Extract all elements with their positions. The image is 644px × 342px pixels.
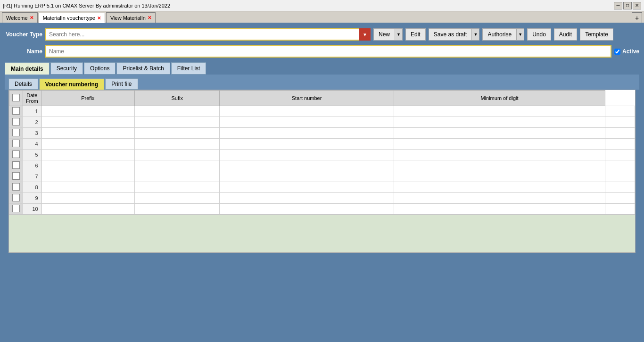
row-minimum-of-digit[interactable] bbox=[605, 160, 635, 171]
table-row[interactable]: 10 bbox=[9, 204, 635, 215]
row-start-number[interactable] bbox=[394, 150, 605, 160]
row-minimum-of-digit[interactable] bbox=[605, 117, 635, 128]
sub-tab-voucher-numbering[interactable]: Voucher numbering bbox=[39, 78, 104, 90]
audit-button[interactable]: Audit bbox=[554, 28, 577, 41]
tab-security[interactable]: Security bbox=[50, 62, 83, 75]
table-row[interactable]: 2 bbox=[9, 117, 635, 128]
tab-materialin-vouchertype[interactable]: MaterialIn vouchertype ✕ bbox=[39, 13, 105, 23]
row-prefix[interactable] bbox=[134, 160, 220, 171]
row-start-number[interactable] bbox=[394, 182, 605, 193]
edit-button[interactable]: Edit bbox=[405, 28, 426, 41]
tab-view-materialin[interactable]: View MaterialIn ✕ bbox=[106, 12, 156, 23]
row-checkbox[interactable] bbox=[12, 129, 20, 136]
tab-welcome[interactable]: Welcome ✕ bbox=[2, 12, 38, 23]
row-prefix[interactable] bbox=[134, 182, 220, 193]
close-button[interactable]: ✕ bbox=[633, 2, 641, 9]
row-checkbox[interactable] bbox=[12, 140, 20, 147]
authorise-button-arrow[interactable]: ▼ bbox=[517, 28, 524, 41]
row-start-number[interactable] bbox=[394, 204, 605, 215]
row-sufix[interactable] bbox=[220, 204, 394, 215]
maximize-button[interactable]: □ bbox=[623, 2, 632, 9]
row-date-from[interactable] bbox=[41, 182, 134, 193]
row-start-number[interactable] bbox=[394, 106, 605, 117]
active-checkbox[interactable] bbox=[614, 49, 620, 55]
row-start-number[interactable] bbox=[394, 171, 605, 182]
row-sufix[interactable] bbox=[220, 139, 394, 150]
row-date-from[interactable] bbox=[41, 160, 134, 171]
tab-welcome-close[interactable]: ✕ bbox=[30, 15, 33, 20]
row-minimum-of-digit[interactable] bbox=[605, 204, 635, 215]
row-checkbox[interactable] bbox=[12, 161, 20, 169]
row-prefix[interactable] bbox=[134, 193, 220, 204]
row-checkbox[interactable] bbox=[12, 118, 20, 125]
row-minimum-of-digit[interactable] bbox=[605, 139, 635, 150]
table-row[interactable]: 6 bbox=[9, 160, 635, 171]
table-row[interactable]: 1 bbox=[9, 106, 635, 117]
row-date-from[interactable] bbox=[41, 150, 134, 160]
row-minimum-of-digit[interactable] bbox=[605, 193, 635, 204]
row-date-from[interactable] bbox=[41, 204, 134, 215]
row-checkbox[interactable] bbox=[12, 183, 20, 191]
row-date-from[interactable] bbox=[41, 106, 134, 117]
row-checkbox[interactable] bbox=[12, 172, 20, 180]
row-sufix[interactable] bbox=[220, 117, 394, 128]
table-row[interactable]: 8 bbox=[9, 182, 635, 193]
undo-button[interactable]: Undo bbox=[527, 28, 551, 41]
tab-main-details[interactable]: Main details bbox=[5, 62, 50, 75]
table-row[interactable]: 3 bbox=[9, 128, 635, 139]
authorise-button[interactable]: Authorise bbox=[482, 28, 517, 41]
row-prefix[interactable] bbox=[134, 139, 220, 150]
sub-tab-details[interactable]: Details bbox=[8, 78, 38, 90]
header-checkbox[interactable] bbox=[12, 94, 20, 101]
row-sufix[interactable] bbox=[220, 171, 394, 182]
row-date-from[interactable] bbox=[41, 193, 134, 204]
row-prefix[interactable] bbox=[134, 106, 220, 117]
row-sufix[interactable] bbox=[220, 193, 394, 204]
new-button[interactable]: New bbox=[373, 28, 395, 41]
tab-pricelist-batch[interactable]: Pricelist & Batch bbox=[116, 62, 170, 75]
save-as-draft-button[interactable]: Save as draft bbox=[429, 28, 472, 41]
row-minimum-of-digit[interactable] bbox=[605, 182, 635, 193]
table-row[interactable]: 7 bbox=[9, 171, 635, 182]
row-checkbox[interactable] bbox=[12, 194, 20, 201]
voucher-type-search-input[interactable] bbox=[45, 28, 371, 41]
row-sufix[interactable] bbox=[220, 182, 394, 193]
save-as-draft-button-arrow[interactable]: ▼ bbox=[472, 28, 479, 41]
row-checkbox[interactable] bbox=[12, 150, 20, 158]
row-sufix[interactable] bbox=[220, 106, 394, 117]
row-date-from[interactable] bbox=[41, 171, 134, 182]
row-checkbox[interactable] bbox=[12, 107, 20, 115]
sub-tab-print-file[interactable]: Print file bbox=[105, 78, 138, 90]
new-button-arrow[interactable]: ▼ bbox=[395, 28, 403, 41]
voucher-type-dropdown-btn[interactable]: ▼ bbox=[359, 28, 371, 41]
row-start-number[interactable] bbox=[394, 193, 605, 204]
row-prefix[interactable] bbox=[134, 171, 220, 182]
row-minimum-of-digit[interactable] bbox=[605, 150, 635, 160]
row-minimum-of-digit[interactable] bbox=[605, 128, 635, 139]
name-input[interactable] bbox=[45, 45, 611, 58]
row-date-from[interactable] bbox=[41, 128, 134, 139]
row-start-number[interactable] bbox=[394, 139, 605, 150]
row-minimum-of-digit[interactable] bbox=[605, 106, 635, 117]
tab-view-materialin-close[interactable]: ✕ bbox=[148, 15, 151, 20]
row-sufix[interactable] bbox=[220, 160, 394, 171]
row-prefix[interactable] bbox=[134, 150, 220, 160]
minimize-button[interactable]: ─ bbox=[614, 2, 622, 9]
row-prefix[interactable] bbox=[134, 117, 220, 128]
row-start-number[interactable] bbox=[394, 160, 605, 171]
add-tab-button[interactable]: + bbox=[632, 12, 642, 23]
row-prefix[interactable] bbox=[134, 204, 220, 215]
table-row[interactable]: 5 bbox=[9, 150, 635, 160]
row-start-number[interactable] bbox=[394, 117, 605, 128]
template-button[interactable]: Template bbox=[580, 28, 613, 41]
row-checkbox[interactable] bbox=[12, 205, 20, 212]
row-start-number[interactable] bbox=[394, 128, 605, 139]
row-prefix[interactable] bbox=[134, 128, 220, 139]
row-minimum-of-digit[interactable] bbox=[605, 171, 635, 182]
tab-options[interactable]: Options bbox=[84, 62, 116, 75]
row-sufix[interactable] bbox=[220, 150, 394, 160]
row-date-from[interactable] bbox=[41, 117, 134, 128]
tab-materialin-vouchertype-close[interactable]: ✕ bbox=[97, 16, 101, 21]
table-row[interactable]: 9 bbox=[9, 193, 635, 204]
row-sufix[interactable] bbox=[220, 128, 394, 139]
